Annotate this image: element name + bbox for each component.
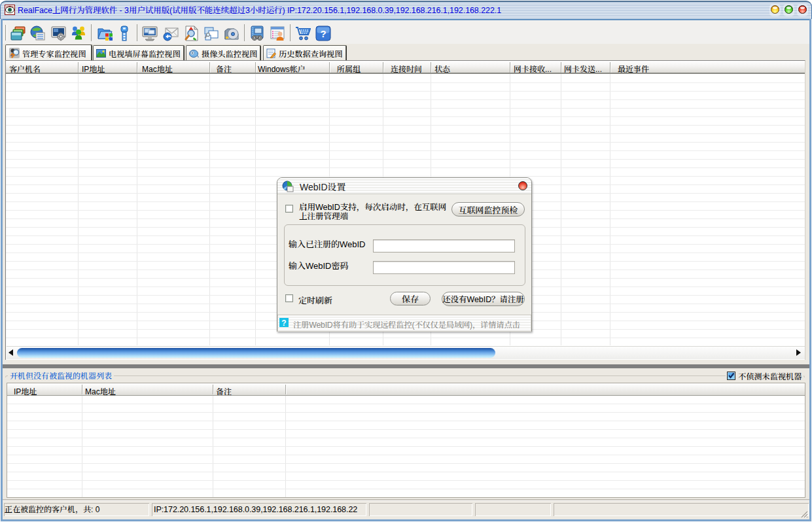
svg-text:?: ? bbox=[320, 28, 326, 39]
